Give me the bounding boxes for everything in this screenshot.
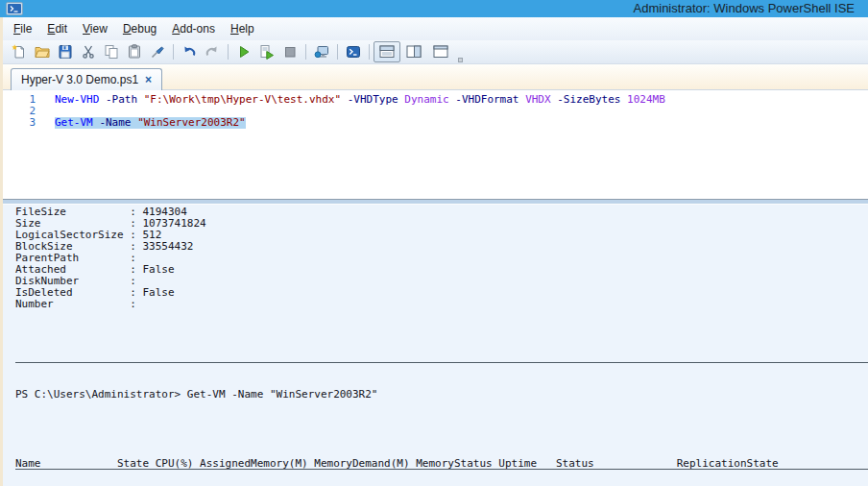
toolbar-separator bbox=[228, 44, 229, 60]
tab-close-icon[interactable]: × bbox=[145, 75, 152, 85]
console-blank-line bbox=[15, 424, 779, 435]
toolbar bbox=[3, 40, 868, 64]
editor-line: 1New-VHD -Path "F:\Work\tmp\Hyper-V\test… bbox=[3, 94, 868, 106]
console-pane[interactable]: FileSize : 4194304 Size : 1073741824 Log… bbox=[3, 205, 868, 486]
tab-strip: Hyper-V 3.0 Demo.ps1 × bbox=[3, 64, 868, 90]
toolbar-gripper bbox=[456, 41, 464, 62]
toolbar-separator bbox=[369, 44, 370, 60]
menu-bar: FileEditViewDebugAdd-onsHelp bbox=[3, 17, 868, 40]
script-tab-label: Hyper-V 3.0 Demo.ps1 bbox=[21, 73, 138, 86]
new-remote-powershell-tab-icon[interactable] bbox=[310, 41, 333, 62]
redo-icon[interactable] bbox=[201, 41, 224, 62]
open-script-icon[interactable] bbox=[31, 41, 54, 62]
layout-script-pane-top-icon[interactable] bbox=[374, 41, 400, 62]
menu-help[interactable]: Help bbox=[223, 18, 262, 39]
window-body: FileEditViewDebugAdd-onsHelp Hyper-V 3.0… bbox=[0, 17, 868, 486]
window-title: Administrator: Windows PowerShell ISE bbox=[634, 1, 855, 15]
menu-edit[interactable]: Edit bbox=[39, 18, 75, 39]
editor-line: 3Get-VM -Name "WinServer2003R2" bbox=[3, 117, 868, 129]
output-separator bbox=[15, 362, 868, 363]
undo-icon[interactable] bbox=[178, 41, 201, 62]
copy-icon[interactable] bbox=[100, 41, 123, 62]
run-selection-icon[interactable] bbox=[255, 41, 278, 62]
clear-console-pane-icon[interactable] bbox=[146, 41, 169, 62]
toolbar-separator bbox=[173, 44, 174, 60]
new-script-icon[interactable] bbox=[8, 41, 31, 62]
paste-icon[interactable] bbox=[123, 41, 146, 62]
title-bar: Administrator: Windows PowerShell ISE bbox=[0, 0, 868, 17]
line-number: 3 bbox=[3, 117, 36, 129]
toolbar-separator bbox=[305, 44, 306, 60]
command-separator bbox=[15, 469, 868, 470]
code-text: New-VHD -Path "F:\Work\tmp\Hyper-V\test.… bbox=[55, 94, 665, 106]
script-tab[interactable]: Hyper-V 3.0 Demo.ps1 × bbox=[11, 68, 162, 90]
menu-add-ons[interactable]: Add-ons bbox=[164, 18, 223, 39]
menu-view[interactable]: View bbox=[75, 18, 115, 39]
save-script-icon[interactable] bbox=[54, 41, 77, 62]
code-lines: 1New-VHD -Path "F:\Work\tmp\Hyper-V\test… bbox=[3, 94, 868, 129]
menu-debug[interactable]: Debug bbox=[115, 18, 164, 39]
console-prompt-line: PS C:\Users\Administrator> Get-VM -Name … bbox=[15, 389, 779, 401]
layout-script-pane-maximized-icon[interactable] bbox=[427, 41, 454, 62]
cut-icon[interactable] bbox=[77, 41, 100, 62]
run-script-icon[interactable] bbox=[232, 41, 255, 62]
vhd-properties-output: FileSize : 4194304 Size : 1073741824 Log… bbox=[15, 207, 206, 310]
menu-file[interactable]: File bbox=[6, 18, 39, 39]
start-powershell-icon[interactable] bbox=[342, 41, 365, 62]
selected-code-text: Get-VM -Name "WinServer2003R2" bbox=[55, 117, 246, 129]
toolbar-separator bbox=[337, 44, 338, 60]
stop-operation-icon[interactable] bbox=[278, 41, 301, 62]
script-editor[interactable]: 1New-VHD -Path "F:\Work\tmp\Hyper-V\test… bbox=[3, 90, 868, 199]
powershell-ise-icon[interactable] bbox=[6, 2, 23, 15]
layout-script-pane-right-icon[interactable] bbox=[400, 41, 427, 62]
